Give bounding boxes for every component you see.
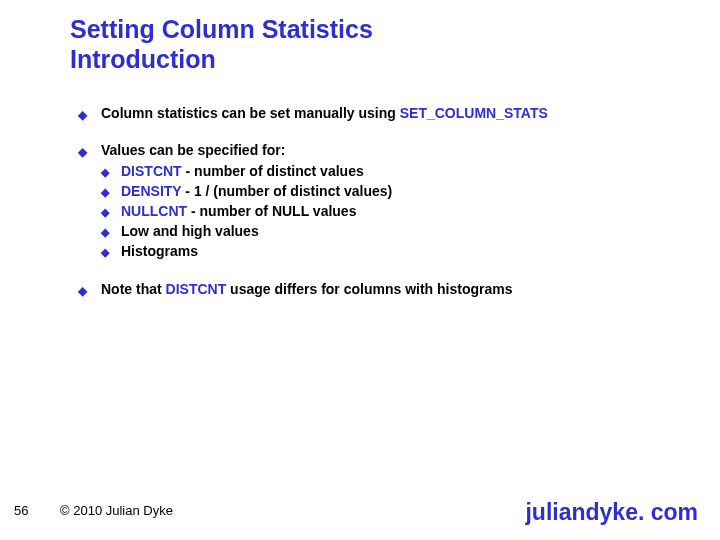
diamond-bullet-icon: ◆ bbox=[78, 107, 87, 123]
subbullet-2: ◆ DENSITY - 1 / (number of distinct valu… bbox=[101, 182, 678, 201]
diamond-bullet-icon: ◆ bbox=[101, 205, 109, 220]
bullet-1-keyword: SET_COLUMN_STATS bbox=[400, 105, 548, 121]
diamond-bullet-icon: ◆ bbox=[101, 185, 109, 200]
subbullet-1-rest: - number of distinct values bbox=[182, 163, 364, 179]
bullet-2-sublist: ◆ DISTCNT - number of distinct values ◆ … bbox=[101, 162, 678, 260]
subbullet-2-text: DENSITY - 1 / (number of distinct values… bbox=[121, 182, 392, 201]
subbullet-2-rest: - 1 / (number of distinct values) bbox=[181, 183, 392, 199]
bullet-3-text: Note that DISTCNT usage differs for colu… bbox=[101, 280, 678, 299]
diamond-bullet-icon: ◆ bbox=[78, 144, 87, 160]
slide-body: ◆ Column statistics can be set manually … bbox=[78, 104, 678, 317]
bullet-2-lead: Values can be specified for: bbox=[101, 142, 285, 158]
diamond-bullet-icon: ◆ bbox=[78, 283, 87, 299]
diamond-bullet-icon: ◆ bbox=[101, 225, 109, 240]
subbullet-5-text: Histograms bbox=[121, 242, 198, 261]
bullet-1-text: Column statistics can be set manually us… bbox=[101, 104, 678, 123]
subbullet-4-text: Low and high values bbox=[121, 222, 259, 241]
subbullet-2-keyword: DENSITY bbox=[121, 183, 181, 199]
slide: Setting Column Statistics Introduction ◆… bbox=[0, 0, 720, 540]
slide-title: Setting Column Statistics Introduction bbox=[70, 14, 373, 74]
bullet-3-keyword: DISTCNT bbox=[166, 281, 227, 297]
subbullet-1: ◆ DISTCNT - number of distinct values bbox=[101, 162, 678, 181]
bullet-2-block: Values can be specified for: ◆ DISTCNT -… bbox=[101, 141, 678, 261]
diamond-bullet-icon: ◆ bbox=[101, 165, 109, 180]
bullet-3-pre: Note that bbox=[101, 281, 166, 297]
subbullet-3-rest: - number of NULL values bbox=[187, 203, 356, 219]
bullet-3-post: usage differs for columns with histogram… bbox=[226, 281, 512, 297]
bullet-1-pre: Column statistics can be set manually us… bbox=[101, 105, 400, 121]
subbullet-4: ◆ Low and high values bbox=[101, 222, 678, 241]
copyright-text: © 2010 Julian Dyke bbox=[60, 503, 173, 518]
subbullet-3-keyword: NULLCNT bbox=[121, 203, 187, 219]
subbullet-1-keyword: DISTCNT bbox=[121, 163, 182, 179]
site-url: juliandyke. com bbox=[525, 499, 698, 526]
subbullet-5: ◆ Histograms bbox=[101, 242, 678, 261]
subbullet-1-text: DISTCNT - number of distinct values bbox=[121, 162, 364, 181]
bullet-2: ◆ Values can be specified for: ◆ DISTCNT… bbox=[78, 141, 678, 261]
bullet-3: ◆ Note that DISTCNT usage differs for co… bbox=[78, 280, 678, 299]
bullet-1: ◆ Column statistics can be set manually … bbox=[78, 104, 678, 123]
title-line-2: Introduction bbox=[70, 45, 216, 73]
diamond-bullet-icon: ◆ bbox=[101, 245, 109, 260]
title-line-1: Setting Column Statistics bbox=[70, 15, 373, 43]
subbullet-3: ◆ NULLCNT - number of NULL values bbox=[101, 202, 678, 221]
subbullet-3-text: NULLCNT - number of NULL values bbox=[121, 202, 356, 221]
page-number: 56 bbox=[14, 503, 28, 518]
